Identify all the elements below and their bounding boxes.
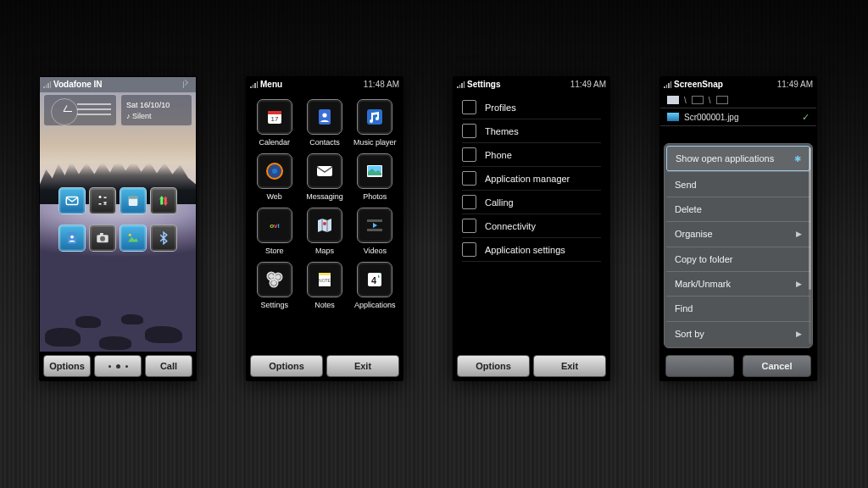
status-bar: Settings 11:49 AM: [453, 77, 609, 92]
menu-item-find[interactable]: Find: [666, 296, 810, 320]
wallpaper-rock: [121, 314, 143, 324]
menu-item-delete[interactable]: Delete: [666, 197, 810, 221]
breadcrumb-sep: \: [709, 96, 711, 105]
checkmark-icon: ✓: [802, 112, 810, 123]
menu-item-show-open-applications[interactable]: Show open applications✱: [666, 146, 810, 171]
app-label: Videos: [364, 247, 387, 255]
date-profile-box[interactable]: Sat 16/10/10 ♪ Silent: [120, 94, 192, 126]
clock-label: 11:49 AM: [777, 80, 813, 89]
shortcut-filemanager[interactable]: [120, 187, 147, 214]
app-messaging[interactable]: Messaging: [300, 153, 348, 201]
app-icon: [257, 153, 292, 189]
app-label: Contacts: [309, 138, 340, 147]
app-label: Photos: [363, 192, 387, 201]
checkbox-icon: [462, 195, 476, 209]
clock-label: 11:48 AM: [364, 80, 399, 89]
softkey-options[interactable]: Options: [250, 355, 323, 377]
shortcut-messaging[interactable]: [58, 187, 86, 214]
shortcut-transfer[interactable]: [150, 187, 177, 214]
shortcut-contacts[interactable]: [58, 225, 86, 252]
svg-text:NOTE: NOTE: [319, 278, 331, 283]
file-row[interactable]: Scr000001.jpg ✓: [660, 108, 816, 126]
app-label: Music player: [353, 138, 397, 147]
settings-item-calling[interactable]: Calling: [462, 191, 601, 214]
menu-item-label: Show open applications: [676, 153, 774, 164]
clock-hand-hour: [64, 105, 68, 111]
desktop-background: Vodafone IN Sat 16/10/10 ♪ Silent: [0, 0, 868, 488]
app-label: Web: [266, 192, 281, 201]
submenu-arrow-icon: ▶: [796, 230, 802, 238]
app-photos[interactable]: Photos: [351, 153, 399, 201]
settings-item-application-settings[interactable]: Application settings: [462, 238, 601, 262]
svg-rect-18: [317, 166, 332, 176]
app-music-player[interactable]: Music player: [351, 99, 399, 147]
shortcut-calculator[interactable]: [89, 187, 116, 214]
breadcrumb[interactable]: \ \: [660, 92, 816, 108]
app-icon: 4: [357, 262, 392, 297]
settings-item-profiles[interactable]: Profiles: [462, 96, 601, 119]
menu-item-sort-by[interactable]: Sort by▶: [666, 321, 810, 346]
settings-label: Application settings: [485, 245, 565, 255]
app-icon: NOTE: [307, 262, 342, 297]
svg-point-27: [269, 274, 274, 279]
menu-dots-icon: [106, 364, 131, 369]
shortcut-camera[interactable]: [89, 225, 116, 252]
softkey-cancel[interactable]: Cancel: [743, 355, 811, 377]
status-bar: ScreenSnap 11:49 AM: [660, 77, 816, 92]
checkbox-icon: [462, 124, 476, 138]
scrollbar-thumb[interactable]: [809, 147, 811, 290]
menu-item-label: Mark/Unmark: [675, 279, 731, 289]
svg-text:ovi: ovi: [270, 222, 280, 230]
settings-item-application-manager[interactable]: Application manager: [462, 167, 601, 191]
wallpaper-rock: [75, 316, 101, 328]
analog-clock[interactable]: [43, 94, 117, 126]
softkey-exit[interactable]: Exit: [533, 355, 606, 377]
app-store[interactable]: oviStore: [250, 208, 298, 255]
softkey-options[interactable]: Options: [43, 355, 91, 377]
softkey-exit[interactable]: Exit: [326, 355, 399, 377]
screen-title: Menu: [260, 80, 282, 89]
menu-item-copy-to-folder[interactable]: Copy to folder: [666, 247, 810, 271]
app-menu: 17CalendarContactsMusic playerWebMessagi…: [247, 92, 403, 352]
svg-point-29: [271, 280, 276, 286]
app-applications[interactable]: 4Applications: [351, 262, 399, 309]
settings-item-connectivity[interactable]: Connectivity: [462, 214, 601, 238]
clock-date-widget[interactable]: Sat 16/10/10 ♪ Silent: [43, 94, 192, 126]
app-web[interactable]: Web: [250, 153, 298, 201]
status-bar: Vodafone IN: [40, 77, 196, 92]
submenu-arrow-icon: ▶: [796, 280, 802, 288]
menu-item-mark-unmark[interactable]: Mark/Unmark▶: [666, 271, 810, 296]
app-label: Messaging: [306, 192, 343, 201]
phone-screen-home: Vodafone IN Sat 16/10/10 ♪ Silent: [39, 76, 197, 381]
menu-item-organise[interactable]: Organise▶: [666, 221, 810, 246]
app-grid: 17CalendarContactsMusic playerWebMessagi…: [247, 92, 403, 309]
app-label: Store: [265, 247, 284, 255]
softkey-menu[interactable]: [94, 355, 142, 377]
softkey-blank[interactable]: [665, 355, 734, 377]
clock-decoration: [77, 100, 111, 122]
svg-rect-34: [319, 273, 331, 275]
settings-item-phone[interactable]: Phone: [462, 143, 601, 167]
svg-rect-26: [367, 229, 382, 231]
phone-screen-settings: Settings 11:49 AM ProfilesThemesPhoneApp…: [453, 76, 610, 381]
softkey-call[interactable]: Call: [145, 355, 192, 377]
app-label: Settings: [260, 301, 288, 309]
image-thumbnail-icon: [667, 113, 679, 121]
settings-item-themes[interactable]: Themes: [462, 119, 601, 143]
shortcut-share[interactable]: [120, 225, 147, 252]
app-settings[interactable]: Settings: [250, 262, 298, 309]
open-apps-icon: ✱: [794, 154, 801, 164]
svg-rect-10: [268, 111, 281, 114]
app-contacts[interactable]: Contacts: [300, 99, 348, 147]
app-videos[interactable]: Videos: [351, 208, 399, 255]
screen-title: ScreenSnap: [674, 80, 723, 89]
shortcut-bluetooth[interactable]: [150, 225, 177, 252]
menu-item-send[interactable]: Send: [666, 171, 810, 196]
svg-point-17: [272, 169, 277, 174]
app-calendar[interactable]: 17Calendar: [250, 99, 298, 147]
softkey-options[interactable]: Options: [457, 355, 530, 377]
menu-item-label: Copy to folder: [675, 254, 732, 264]
settings-label: Phone: [485, 150, 512, 160]
app-notes[interactable]: NOTENotes: [300, 262, 348, 309]
app-maps[interactable]: Maps: [300, 208, 348, 255]
